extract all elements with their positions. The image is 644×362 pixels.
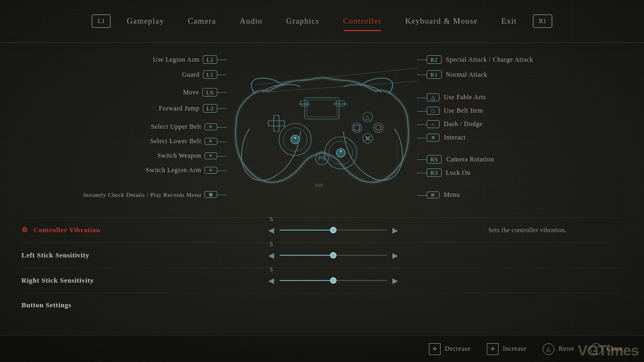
label-guard: Guard L1 <box>182 70 217 79</box>
nav-controller[interactable]: Controller <box>331 12 393 30</box>
increase-icon: ✛ <box>487 343 499 355</box>
decrease-icon: ✛ <box>429 343 441 355</box>
label-check-details: Instantly Check Details / Play Records M… <box>83 191 217 198</box>
svg-rect-8 <box>274 115 279 131</box>
vibration-slider-container: 5 ◀ ▶ <box>268 225 398 235</box>
svg-point-15 <box>376 125 381 130</box>
svg-point-6 <box>336 149 345 157</box>
main-content: △ SHARE OPTIONS PS EXIT <box>0 43 644 362</box>
action-decrease[interactable]: ✛ Decrease <box>429 343 471 355</box>
svg-line-28 <box>256 65 419 85</box>
setting-button-settings: Button Settings <box>21 293 623 317</box>
left-stick-track[interactable] <box>280 255 387 256</box>
right-stick-increase-btn[interactable]: ▶ <box>392 276 398 285</box>
svg-line-29 <box>263 79 419 92</box>
action-reset[interactable]: △ Reset <box>543 343 574 355</box>
setting-controller-vibration: ⚙ Controller Vibration 5 ◀ ▶ Sets the co… <box>21 217 623 242</box>
button-settings-label: Button Settings <box>21 301 129 309</box>
svg-text:SHARE: SHARE <box>299 102 310 106</box>
nav-gameplay[interactable]: Gameplay <box>115 12 176 30</box>
label-lock-on: R3 Lock On <box>427 168 471 177</box>
svg-rect-19 <box>305 98 339 119</box>
label-camera-rotation: RS Camera Rotation <box>427 155 494 164</box>
label-interact: ✕ Interact <box>427 134 466 142</box>
label-dash-dodge: ○ Dash / Dodge <box>427 120 482 128</box>
svg-point-7 <box>340 150 342 152</box>
left-stick-label: Left Stick Sensitivity <box>21 251 129 260</box>
svg-text:EXIT: EXIT <box>315 183 324 187</box>
label-switch-weapon: Switch Weapon ✛ <box>157 152 217 160</box>
label-normal-attack: R1 Normal Attack <box>427 70 487 79</box>
nav-exit[interactable]: Exit <box>489 12 529 30</box>
label-move: Move LS <box>183 88 217 97</box>
right-stick-label: Right Stick Sensitivity <box>21 276 129 285</box>
top-navigation: L1 Gameplay Camera Audio Graphics Contro… <box>0 0 644 43</box>
svg-text:PS: PS <box>318 156 326 161</box>
svg-text:△: △ <box>365 114 370 120</box>
action-increase[interactable]: ✛ Increase <box>487 343 526 355</box>
label-use-belt-item: □ Use Belt Item <box>427 107 483 115</box>
right-labels: R2 Special Attack / Charge Attack R1 Nor… <box>416 47 639 197</box>
nav-keyboard-mouse[interactable]: Keyboard & Mouse <box>393 12 489 30</box>
svg-rect-9 <box>268 121 284 126</box>
nav-right-btn[interactable]: R1 <box>533 14 552 28</box>
vibration-increase-btn[interactable]: ▶ <box>392 226 398 235</box>
svg-rect-13 <box>354 125 360 130</box>
settings-section: ⚙ Controller Vibration 5 ◀ ▶ Sets the co… <box>0 217 644 335</box>
nav-left-btn[interactable]: L1 <box>92 14 111 28</box>
nav-graphics[interactable]: Graphics <box>274 12 331 30</box>
controller-diagram: △ SHARE OPTIONS PS EXIT <box>225 48 419 198</box>
label-select-upper-belt: Select Upper Belt ✛ <box>151 123 217 131</box>
vibration-description: Sets the controller vibration. <box>488 226 623 234</box>
vibration-track[interactable] <box>280 230 387 231</box>
svg-text:OPTIONS: OPTIONS <box>333 102 347 106</box>
left-stick-increase-btn[interactable]: ▶ <box>392 251 398 260</box>
label-select-lower-belt: Select Lower Belt ✛ <box>150 137 217 145</box>
label-use-legion-arm: Use Legion Arm L2 <box>153 55 217 64</box>
setting-right-stick: Right Stick Sensitivity 5 ◀ ▶ <box>21 268 623 293</box>
label-switch-legion-arm: Switch Legion Arm ✛ <box>146 166 217 174</box>
nav-audio[interactable]: Audio <box>228 12 275 30</box>
right-stick-track[interactable] <box>280 280 387 281</box>
vibration-label: ⚙ Controller Vibration <box>21 226 129 234</box>
setting-left-stick: Left Stick Sensitivity 5 ◀ ▶ <box>21 242 623 268</box>
svg-point-3 <box>294 137 296 139</box>
nav-camera[interactable]: Camera <box>176 12 228 30</box>
svg-point-12 <box>352 123 362 132</box>
label-special-attack: R2 Special Attack / Charge Attack <box>427 55 533 64</box>
left-labels: Use Legion Arm L2 Guard L1 Move LS Forwa… <box>5 47 228 197</box>
label-menu: ⊞ Menu <box>427 191 460 199</box>
reset-icon: △ <box>543 343 554 355</box>
watermark: VGTimes <box>577 342 639 359</box>
bottom-bar: ✛ Decrease ✛ Increase △ Reset ○ Close VG… <box>0 335 644 362</box>
right-stick-slider-container: 5 ◀ ▶ <box>268 276 398 285</box>
right-stick-decrease-btn[interactable]: ◀ <box>268 277 274 285</box>
label-use-fable-arts: △ Use Fable Arts <box>427 93 486 101</box>
svg-point-14 <box>374 123 383 132</box>
vibration-decrease-btn[interactable]: ◀ <box>268 226 274 234</box>
left-stick-slider-container: 5 ◀ ▶ <box>268 250 398 260</box>
left-stick-decrease-btn[interactable]: ◀ <box>268 252 274 260</box>
label-forward-jump: Forward Jump L3 <box>159 104 217 113</box>
svg-point-2 <box>291 135 299 144</box>
